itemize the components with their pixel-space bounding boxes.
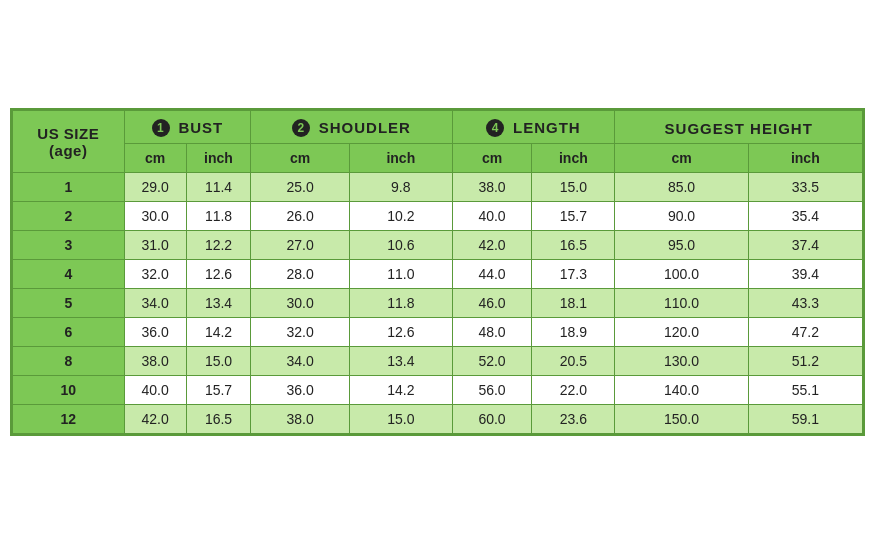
- len-cm-cell: 40.0: [452, 201, 532, 230]
- sho-cm-cell: 30.0: [251, 288, 350, 317]
- bust-inch-cell: 13.4: [186, 288, 251, 317]
- h-cm-cell: 150.0: [615, 404, 748, 433]
- len-cm-cell: 52.0: [452, 346, 532, 375]
- bust-cm-cell: 34.0: [124, 288, 186, 317]
- h-cm-cell: 130.0: [615, 346, 748, 375]
- bust-cm-cell: 40.0: [124, 375, 186, 404]
- h-cm-cell: 90.0: [615, 201, 748, 230]
- len-cm-cell: 38.0: [452, 172, 532, 201]
- sho-cm-cell: 25.0: [251, 172, 350, 201]
- h-inch-cell: 51.2: [748, 346, 862, 375]
- bust-header: 1 BUST: [124, 111, 251, 143]
- sho-inch-cell: 13.4: [349, 346, 452, 375]
- bust-label: BUST: [178, 119, 223, 136]
- h-inch-cell: 33.5: [748, 172, 862, 201]
- len-cm-cell: 56.0: [452, 375, 532, 404]
- h-inch-cell: 35.4: [748, 201, 862, 230]
- size-cell: 5: [13, 288, 125, 317]
- size-cell: 4: [13, 259, 125, 288]
- us-size-header: US SIZE(age): [13, 111, 125, 172]
- bust-cm-cell: 38.0: [124, 346, 186, 375]
- sho-cm-cell: 28.0: [251, 259, 350, 288]
- h-inch-cell: 39.4: [748, 259, 862, 288]
- size-cell: 1: [13, 172, 125, 201]
- len-cm-cell: 42.0: [452, 230, 532, 259]
- sho-inch-cell: 15.0: [349, 404, 452, 433]
- bust-circle-num: 1: [152, 119, 170, 137]
- bust-inch-cell: 15.7: [186, 375, 251, 404]
- length-circle-num: 4: [486, 119, 504, 137]
- bust-inch-cell: 12.2: [186, 230, 251, 259]
- size-cell: 12: [13, 404, 125, 433]
- table-row: 432.012.628.011.044.017.3100.039.4: [13, 259, 863, 288]
- h-inch-cell: 43.3: [748, 288, 862, 317]
- suggest-height-label: SUGGEST HEIGHT: [665, 119, 813, 136]
- h-inch-subheader: inch: [748, 143, 862, 172]
- bust-inch-cell: 12.6: [186, 259, 251, 288]
- shoulder-circle-num: 2: [292, 119, 310, 137]
- len-inch-cell: 23.6: [532, 404, 615, 433]
- len-cm-cell: 44.0: [452, 259, 532, 288]
- size-cell: 6: [13, 317, 125, 346]
- size-chart-table: US SIZE(age) 1 BUST 2 SHOUDLER 4 LENGTH …: [12, 110, 863, 433]
- sho-cm-cell: 32.0: [251, 317, 350, 346]
- bust-cm-subheader: cm: [124, 143, 186, 172]
- sho-cm-cell: 36.0: [251, 375, 350, 404]
- h-cm-cell: 110.0: [615, 288, 748, 317]
- size-cell: 8: [13, 346, 125, 375]
- suggest-height-header: SUGGEST HEIGHT: [615, 111, 863, 143]
- h-cm-cell: 85.0: [615, 172, 748, 201]
- len-cm-cell: 48.0: [452, 317, 532, 346]
- size-cell: 10: [13, 375, 125, 404]
- len-cm-cell: 46.0: [452, 288, 532, 317]
- h-cm-cell: 100.0: [615, 259, 748, 288]
- bust-cm-cell: 29.0: [124, 172, 186, 201]
- table-row: 129.011.425.09.838.015.085.033.5: [13, 172, 863, 201]
- table-row: 331.012.227.010.642.016.595.037.4: [13, 230, 863, 259]
- len-inch-cell: 16.5: [532, 230, 615, 259]
- bust-inch-subheader: inch: [186, 143, 251, 172]
- sho-cm-cell: 38.0: [251, 404, 350, 433]
- size-chart-wrapper: US SIZE(age) 1 BUST 2 SHOUDLER 4 LENGTH …: [10, 108, 865, 435]
- h-inch-cell: 59.1: [748, 404, 862, 433]
- h-inch-cell: 37.4: [748, 230, 862, 259]
- table-row: 1040.015.736.014.256.022.0140.055.1: [13, 375, 863, 404]
- sho-inch-subheader: inch: [349, 143, 452, 172]
- h-inch-cell: 55.1: [748, 375, 862, 404]
- size-cell: 2: [13, 201, 125, 230]
- table-row: 534.013.430.011.846.018.1110.043.3: [13, 288, 863, 317]
- table-row: 636.014.232.012.648.018.9120.047.2: [13, 317, 863, 346]
- table-row: 1242.016.538.015.060.023.6150.059.1: [13, 404, 863, 433]
- len-inch-cell: 17.3: [532, 259, 615, 288]
- len-cm-subheader: cm: [452, 143, 532, 172]
- shoulder-label: SHOUDLER: [319, 119, 411, 136]
- h-cm-cell: 95.0: [615, 230, 748, 259]
- sho-inch-cell: 11.8: [349, 288, 452, 317]
- sho-inch-cell: 14.2: [349, 375, 452, 404]
- len-inch-cell: 18.1: [532, 288, 615, 317]
- sho-cm-cell: 34.0: [251, 346, 350, 375]
- len-cm-cell: 60.0: [452, 404, 532, 433]
- table-row: 230.011.826.010.240.015.790.035.4: [13, 201, 863, 230]
- size-cell: 3: [13, 230, 125, 259]
- len-inch-cell: 15.0: [532, 172, 615, 201]
- bust-inch-cell: 16.5: [186, 404, 251, 433]
- sho-inch-cell: 9.8: [349, 172, 452, 201]
- h-cm-subheader: cm: [615, 143, 748, 172]
- bust-inch-cell: 11.8: [186, 201, 251, 230]
- bust-cm-cell: 30.0: [124, 201, 186, 230]
- bust-cm-cell: 32.0: [124, 259, 186, 288]
- len-inch-subheader: inch: [532, 143, 615, 172]
- sho-cm-cell: 26.0: [251, 201, 350, 230]
- len-inch-cell: 20.5: [532, 346, 615, 375]
- sho-cm-cell: 27.0: [251, 230, 350, 259]
- len-inch-cell: 15.7: [532, 201, 615, 230]
- sho-inch-cell: 10.2: [349, 201, 452, 230]
- h-cm-cell: 140.0: [615, 375, 748, 404]
- bust-inch-cell: 14.2: [186, 317, 251, 346]
- len-inch-cell: 18.9: [532, 317, 615, 346]
- bust-inch-cell: 11.4: [186, 172, 251, 201]
- sho-cm-subheader: cm: [251, 143, 350, 172]
- sho-inch-cell: 11.0: [349, 259, 452, 288]
- h-cm-cell: 120.0: [615, 317, 748, 346]
